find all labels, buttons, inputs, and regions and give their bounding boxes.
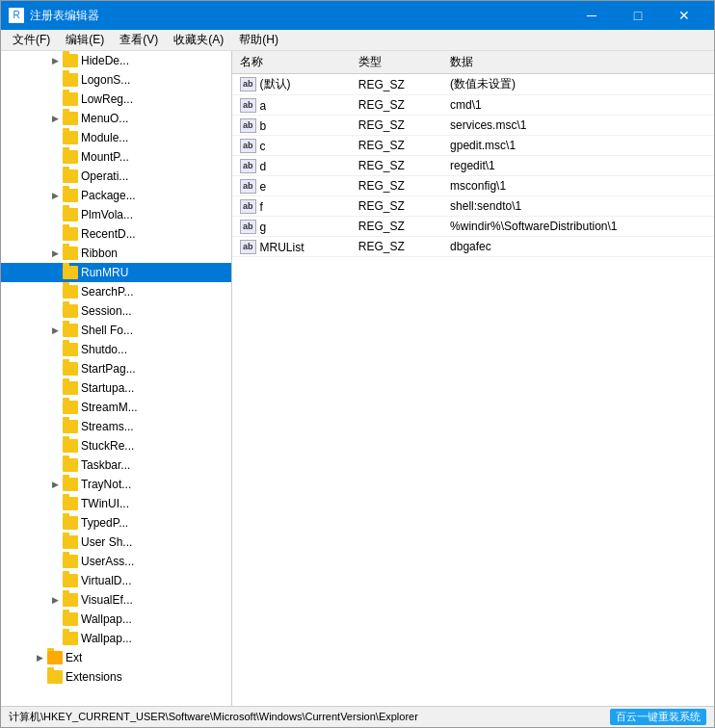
registry-pane[interactable]: 名称 类型 数据 ab(默认)REG_SZ(数值未设置)abaREG_SZcmd… <box>232 51 714 706</box>
tree-item[interactable]: Wallpap... <box>1 610 231 629</box>
reg-name: g <box>260 221 267 234</box>
folder-icon <box>63 131 78 144</box>
tree-item[interactable]: StuckRe... <box>1 436 231 455</box>
reg-type-icon: ab <box>240 98 256 113</box>
tree-item[interactable]: StartPag... <box>1 359 231 378</box>
menu-item[interactable]: 查看(V) <box>112 30 166 50</box>
menu-item[interactable]: 编辑(E) <box>58 30 112 50</box>
tree-item[interactable]: TypedP... <box>1 513 231 533</box>
tree-pane[interactable]: ▶HideDe...LogonS...LowReg...▶MenuO...Mod… <box>1 51 232 706</box>
tree-label: User Sh... <box>81 535 132 549</box>
tree-expand-icon[interactable]: ▶ <box>47 477 63 492</box>
tree-item[interactable]: Extensions <box>1 667 231 687</box>
table-row[interactable]: abeREG_SZmsconfig\1 <box>232 176 714 196</box>
tree-item[interactable]: VirtualD... <box>1 571 231 590</box>
tree-expand-icon[interactable]: ▶ <box>32 650 47 665</box>
reg-name-cell: ab(默认) <box>232 74 351 95</box>
tree-item[interactable]: Streams... <box>1 417 231 436</box>
tree-item[interactable]: Operati... <box>1 167 231 186</box>
folder-icon <box>47 651 63 664</box>
reg-type-icon: ab <box>240 179 256 194</box>
reg-data-cell: (数值未设置) <box>442 74 714 95</box>
menu-item[interactable]: 收藏夹(A) <box>166 30 231 50</box>
tree-item[interactable]: SearchP... <box>1 282 231 301</box>
table-row[interactable]: ab(默认)REG_SZ(数值未设置) <box>232 74 714 95</box>
table-row[interactable]: abaREG_SZcmd\1 <box>232 95 714 116</box>
tree-item[interactable]: ▶Ext <box>1 648 231 667</box>
tree-expand-icon[interactable]: ▶ <box>47 323 63 338</box>
tree-label: Shutdo... <box>81 343 127 356</box>
reg-type-icon: ab <box>240 118 256 133</box>
tree-item[interactable]: ▶VisualEf... <box>1 590 231 610</box>
reg-name-cell: abe <box>232 176 351 196</box>
tree-item[interactable]: ▶Ribbon <box>1 244 231 263</box>
tree-item[interactable]: StreamM... <box>1 398 231 417</box>
tree-expand-icon[interactable]: ▶ <box>47 111 63 126</box>
close-button[interactable]: ✕ <box>662 1 706 30</box>
tree-label: Module... <box>81 131 128 144</box>
folder-icon <box>63 478 78 491</box>
folder-icon <box>63 150 78 164</box>
tree-label: VirtualD... <box>81 574 131 587</box>
table-row[interactable]: abfREG_SZshell:sendto\1 <box>232 196 714 217</box>
app-icon: R <box>9 8 24 23</box>
table-row[interactable]: abbREG_SZservices.msc\1 <box>232 116 714 136</box>
tree-item[interactable]: LowReg... <box>1 90 231 109</box>
tree-label: VisualEf... <box>81 593 133 607</box>
tree-label: Ribbon <box>81 247 118 260</box>
tree-item[interactable]: Shutdo... <box>1 340 231 359</box>
table-row[interactable]: abcREG_SZgpedit.msc\1 <box>232 136 714 156</box>
tree-item[interactable]: Startupa... <box>1 378 231 398</box>
window-title: 注册表编辑器 <box>30 8 569 24</box>
reg-type-icon: ab <box>240 139 256 153</box>
col-type: 类型 <box>351 51 442 74</box>
tree-item[interactable]: User Sh... <box>1 533 231 552</box>
registry-table: 名称 类型 数据 ab(默认)REG_SZ(数值未设置)abaREG_SZcmd… <box>232 51 714 257</box>
reg-data-cell: msconfig\1 <box>442 176 714 196</box>
folder-icon <box>63 324 78 337</box>
reg-name: (默认) <box>260 76 291 92</box>
reg-name-cell: abb <box>232 116 351 136</box>
menu-item[interactable]: 文件(F) <box>5 30 58 50</box>
tree-item[interactable]: ▶TrayNot... <box>1 475 231 494</box>
folder-icon <box>63 574 78 587</box>
tree-label: LowReg... <box>81 92 133 106</box>
tree-item[interactable]: RunMRU <box>1 263 231 282</box>
table-row[interactable]: abdREG_SZregedit\1 <box>232 156 714 176</box>
tree-item[interactable]: ▶Package... <box>1 186 231 205</box>
tree-item[interactable]: LogonS... <box>1 70 231 90</box>
registry-editor-window: R 注册表编辑器 ─ □ ✕ 文件(F)编辑(E)查看(V)收藏夹(A)帮助(H… <box>0 0 715 728</box>
table-row[interactable]: abgREG_SZ%windir%\SoftwareDistribution\1 <box>232 217 714 237</box>
maximize-button[interactable]: □ <box>616 1 660 30</box>
reg-data-cell: services.msc\1 <box>442 116 714 136</box>
folder-icon <box>63 632 78 645</box>
folder-icon <box>63 362 78 376</box>
tree-expand-icon[interactable]: ▶ <box>47 53 63 68</box>
tree-item[interactable]: UserAss... <box>1 552 231 571</box>
tree-item[interactable]: TWinUI... <box>1 494 231 513</box>
minimize-button[interactable]: ─ <box>569 1 614 30</box>
folder-icon <box>63 112 78 125</box>
reg-type-icon: ab <box>240 220 256 234</box>
folder-icon <box>63 92 78 106</box>
menu-item[interactable]: 帮助(H) <box>231 30 286 50</box>
tree-item[interactable]: MountP... <box>1 147 231 167</box>
tree-item[interactable]: ▶MenuO... <box>1 109 231 128</box>
tree-expand-icon[interactable]: ▶ <box>47 188 63 203</box>
window-controls: ─ □ ✕ <box>569 1 706 30</box>
folder-icon <box>63 439 78 453</box>
table-row[interactable]: abMRUListREG_SZdbgafec <box>232 237 714 257</box>
tree-item[interactable]: ▶HideDe... <box>1 51 231 70</box>
tree-item[interactable]: ▶Shell Fo... <box>1 321 231 340</box>
tree-item[interactable]: RecentD... <box>1 224 231 244</box>
tree-item[interactable]: Session... <box>1 301 231 321</box>
tree-item[interactable]: Module... <box>1 128 231 147</box>
tree-expand-icon[interactable]: ▶ <box>47 246 63 261</box>
tree-label: MenuO... <box>81 112 128 125</box>
tree-item[interactable]: Taskbar... <box>1 455 231 475</box>
tree-item[interactable]: Wallpap... <box>1 629 231 648</box>
reg-name: c <box>260 140 266 153</box>
tree-expand-icon[interactable]: ▶ <box>47 592 63 608</box>
tree-item[interactable]: PlmVola... <box>1 205 231 224</box>
folder-icon <box>63 458 78 472</box>
